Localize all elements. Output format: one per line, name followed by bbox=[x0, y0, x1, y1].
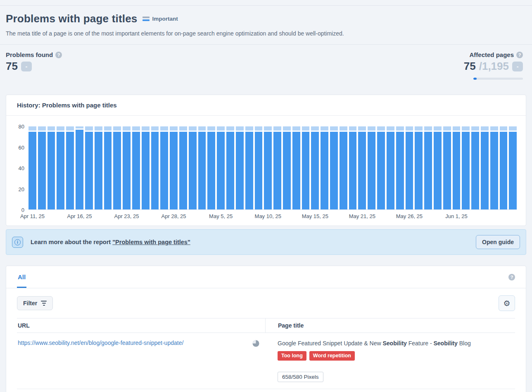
history-bar[interactable] bbox=[490, 126, 498, 209]
history-bar[interactable] bbox=[387, 126, 394, 209]
trend-chip: - bbox=[512, 62, 523, 71]
info-icon: i bbox=[12, 237, 23, 248]
history-bar[interactable] bbox=[226, 126, 234, 209]
history-bar[interactable] bbox=[311, 126, 319, 209]
history-bar[interactable] bbox=[481, 126, 489, 209]
history-bar[interactable] bbox=[28, 126, 36, 209]
importance-label: Important bbox=[152, 16, 178, 22]
history-bar[interactable] bbox=[358, 126, 366, 209]
history-bar[interactable] bbox=[462, 126, 470, 209]
x-tick-label: Apr 11, 25 bbox=[28, 213, 36, 221]
pixel-width-badge: 658/580 Pixels bbox=[278, 372, 323, 382]
history-bar[interactable] bbox=[330, 126, 338, 209]
problems-found-label: Problems found bbox=[6, 51, 53, 58]
history-bar[interactable] bbox=[38, 126, 46, 209]
history-bar[interactable] bbox=[151, 126, 159, 209]
history-bar[interactable] bbox=[85, 126, 93, 209]
x-tick-label bbox=[471, 213, 479, 221]
history-bar[interactable] bbox=[292, 126, 300, 209]
x-tick-label bbox=[142, 213, 150, 221]
x-tick-label bbox=[368, 213, 375, 221]
table-row: https://www.seobility.net/en/blog/google… bbox=[17, 333, 515, 389]
history-bar[interactable] bbox=[245, 126, 253, 209]
filter-icon bbox=[41, 301, 47, 306]
history-bar[interactable] bbox=[415, 126, 423, 209]
history-bar[interactable] bbox=[340, 126, 347, 209]
history-bar[interactable] bbox=[76, 126, 83, 209]
history-bar[interactable] bbox=[170, 126, 178, 209]
history-bar[interactable] bbox=[179, 126, 187, 209]
history-bar[interactable] bbox=[453, 126, 461, 209]
chart-plot bbox=[28, 126, 517, 210]
history-bar[interactable] bbox=[509, 126, 517, 209]
history-bar[interactable] bbox=[217, 126, 225, 209]
help-icon[interactable]: ? bbox=[516, 52, 523, 58]
page-title: Problems with page titles bbox=[6, 12, 138, 25]
x-tick-label bbox=[95, 213, 102, 221]
history-bar[interactable] bbox=[349, 126, 357, 209]
column-header-page-title: Page title bbox=[265, 318, 515, 333]
history-bar[interactable] bbox=[142, 126, 150, 209]
report-guide-link[interactable]: "Problems with page titles" bbox=[112, 239, 190, 245]
priority-icon bbox=[142, 17, 150, 21]
help-icon[interactable]: ? bbox=[55, 52, 62, 58]
history-bar[interactable] bbox=[236, 126, 244, 209]
history-bar[interactable] bbox=[273, 126, 281, 209]
history-bar[interactable] bbox=[113, 126, 121, 209]
y-tick-label: 20 bbox=[19, 186, 24, 192]
x-tick-label bbox=[330, 213, 338, 221]
history-bar[interactable] bbox=[95, 126, 102, 209]
x-tick-label: Jun 1, 25 bbox=[453, 213, 461, 221]
y-tick-label: 80 bbox=[19, 124, 24, 130]
history-bar[interactable] bbox=[443, 126, 451, 209]
history-bar[interactable] bbox=[160, 126, 168, 209]
history-bar[interactable] bbox=[264, 126, 272, 209]
history-bar[interactable] bbox=[189, 126, 197, 209]
affected-pages-progressbar bbox=[473, 78, 523, 80]
history-bar[interactable] bbox=[57, 126, 64, 209]
help-icon[interactable]: ? bbox=[508, 274, 515, 280]
url-link[interactable]: https://www.seobility.net/en/blog/google… bbox=[18, 340, 248, 346]
history-bar[interactable] bbox=[123, 126, 131, 209]
history-bar[interactable] bbox=[255, 126, 263, 209]
history-bar[interactable] bbox=[302, 126, 310, 209]
history-bar[interactable] bbox=[471, 126, 479, 209]
history-bar[interactable] bbox=[424, 126, 432, 209]
x-tick-label: Apr 16, 25 bbox=[76, 213, 83, 221]
globe-icon[interactable] bbox=[252, 340, 259, 347]
problem-badge: Word repetition bbox=[309, 351, 355, 361]
history-bar[interactable] bbox=[207, 126, 215, 209]
history-bar[interactable] bbox=[283, 126, 291, 209]
history-bar[interactable] bbox=[321, 126, 328, 209]
history-bar[interactable] bbox=[66, 126, 74, 209]
history-bar[interactable] bbox=[396, 126, 404, 209]
x-tick-label bbox=[321, 213, 328, 221]
x-tick-label: Apr 28, 25 bbox=[170, 213, 178, 221]
history-bar[interactable] bbox=[48, 126, 55, 209]
affected-pages-value: 75 bbox=[464, 60, 476, 73]
top-border bbox=[0, 0, 532, 6]
x-tick-label bbox=[292, 213, 300, 221]
page-title-cell: What is a CMS and what is it good for? -… bbox=[265, 389, 515, 392]
x-tick-label bbox=[490, 213, 498, 221]
x-tick-label bbox=[509, 213, 517, 221]
history-bar[interactable] bbox=[132, 126, 140, 209]
filter-button[interactable]: Filter bbox=[17, 296, 53, 310]
y-tick-label: 40 bbox=[19, 165, 24, 171]
history-bar[interactable] bbox=[368, 126, 375, 209]
problems-found-value: 75 bbox=[6, 60, 18, 73]
tab-all[interactable]: All bbox=[17, 266, 26, 288]
history-bar[interactable] bbox=[377, 126, 385, 209]
history-bar[interactable] bbox=[104, 126, 112, 209]
history-bar[interactable] bbox=[198, 126, 206, 209]
results-table: URL Page title https://www.seobility.net… bbox=[17, 318, 515, 392]
history-bar[interactable] bbox=[500, 126, 508, 209]
x-tick-label bbox=[387, 213, 394, 221]
x-tick-label bbox=[273, 213, 281, 221]
settings-button[interactable]: ⚙ bbox=[499, 295, 515, 311]
history-bar[interactable] bbox=[406, 126, 413, 209]
history-bar[interactable] bbox=[434, 126, 442, 209]
x-tick-label bbox=[481, 213, 489, 221]
table-toolbar: Filter ⚙ bbox=[6, 288, 526, 318]
open-guide-button[interactable]: Open guide bbox=[476, 235, 520, 249]
